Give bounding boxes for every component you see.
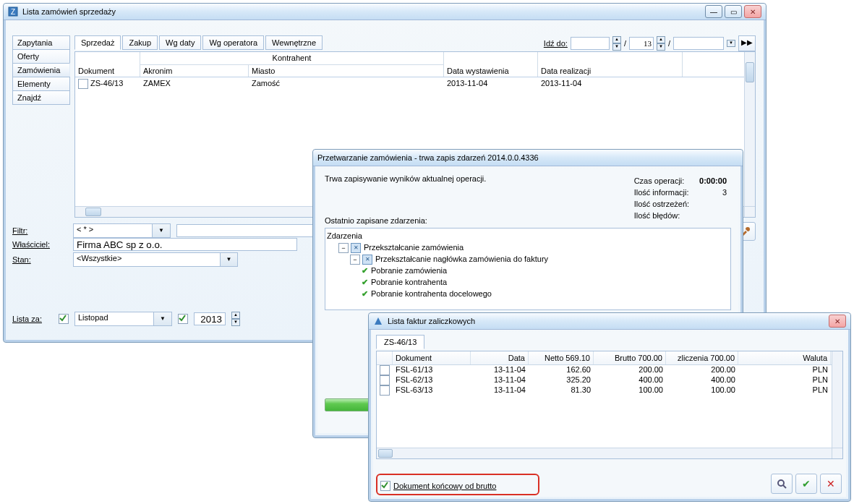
col-datareal[interactable]: Data realizacji bbox=[541, 67, 591, 75]
side-tabs: Zapytania Oferty Zamówienia Elementy Zna… bbox=[12, 35, 70, 104]
inv-hscroll[interactable] bbox=[377, 448, 832, 458]
grid-row[interactable]: ZS-46/13 ZAMEX Zamość 2013-11-04 2013-11… bbox=[75, 77, 745, 90]
filtr-combo[interactable]: < * >▼ bbox=[73, 223, 171, 238]
tree-label: Przekształcanie nagłówka zamówienia do f… bbox=[375, 255, 548, 263]
inv-titlebar[interactable]: Lista faktur zaliczkowych ✕ bbox=[369, 313, 850, 330]
sidetab-znajdz[interactable]: Znajdź bbox=[12, 90, 70, 105]
row-brutto: 400.00 bbox=[594, 375, 666, 385]
tree-root[interactable]: Zdarzenia bbox=[327, 230, 729, 242]
minimize-button[interactable]: — bbox=[705, 5, 722, 18]
sidetab-zapytania[interactable]: Zapytania bbox=[12, 35, 70, 50]
events-tree[interactable]: Zdarzenia −✕Przekształcanie zamówienia −… bbox=[325, 228, 731, 310]
proc-title: Przetwarzanie zamówienia - trwa zapis zd… bbox=[317, 153, 539, 162]
row-miasto: Zamość bbox=[249, 77, 444, 90]
tree-leaf[interactable]: ✔Pobranie zamówienia bbox=[327, 265, 729, 276]
inv-title: Lista faktur zaliczkowych bbox=[388, 317, 475, 325]
col-brutto[interactable]: Brutto 700.00 bbox=[594, 351, 666, 364]
row-checkbox[interactable] bbox=[380, 375, 390, 385]
row-netto: 162.60 bbox=[529, 364, 594, 375]
col-netto[interactable]: Netto 569.10 bbox=[529, 351, 594, 364]
maximize-button[interactable]: ▭ bbox=[725, 5, 742, 18]
inv-vscroll[interactable] bbox=[832, 351, 842, 448]
toptab-zakup[interactable]: Zakup bbox=[122, 35, 158, 50]
row-checkbox[interactable] bbox=[380, 385, 390, 396]
tree-leaf[interactable]: ✔Pobranie kontrahenta bbox=[327, 276, 729, 288]
close-button[interactable]: ✕ bbox=[744, 5, 761, 18]
goto-spin-3[interactable]: ▼ bbox=[727, 40, 735, 47]
invoice-row[interactable]: FSL-62/1313-11-04325.20400.00400.00PLN bbox=[377, 375, 832, 385]
rok-spin[interactable]: ▲▼ bbox=[231, 312, 240, 326]
goto-input-3[interactable] bbox=[673, 37, 724, 50]
warn-label: Ilość ostrzeżeń: bbox=[630, 199, 693, 209]
tree-leaf[interactable]: ✔Pobranie kontrahenta docelowego bbox=[327, 288, 729, 299]
czas-label: Czas operacji: bbox=[630, 176, 693, 186]
grid-vscroll[interactable] bbox=[744, 52, 755, 207]
col-akronim[interactable]: Akronim bbox=[143, 67, 172, 75]
sidetab-oferty[interactable]: Oferty bbox=[12, 49, 70, 64]
tree-label: Pobranie zamówienia bbox=[371, 266, 447, 275]
filtr-input[interactable] bbox=[176, 224, 321, 237]
rok-input[interactable] bbox=[194, 312, 226, 325]
top-tabs: Sprzedaż Zakup Wg daty Wg operatora Wewn… bbox=[74, 35, 323, 50]
row-zlicz: 400.00 bbox=[666, 375, 738, 385]
row-waluta: PLN bbox=[738, 364, 831, 375]
proc-titlebar[interactable]: Przetwarzanie zamówienia - trwa zapis zd… bbox=[313, 150, 743, 166]
tree-node[interactable]: −✕Przekształcanie nagłówka zamówienia do… bbox=[327, 253, 729, 265]
col-waluta[interactable]: Waluta bbox=[738, 351, 831, 364]
wlasciciel-input[interactable] bbox=[73, 238, 297, 251]
invoice-row[interactable]: FSL-61/1313-11-04162.60200.00200.00PLN bbox=[377, 364, 832, 375]
goto-input-2[interactable] bbox=[629, 37, 654, 50]
toptab-sprzedaz[interactable]: Sprzedaż bbox=[74, 35, 121, 50]
goto-button[interactable]: ▶▶ bbox=[738, 35, 756, 51]
invoice-grid: Dokument Data Netto 569.10 Brutto 700.00… bbox=[376, 351, 843, 459]
toptab-wgoperatora[interactable]: Wg operatora bbox=[202, 35, 264, 50]
col-dokument[interactable]: Dokument bbox=[393, 351, 471, 364]
row-checkbox[interactable] bbox=[380, 365, 390, 375]
col-dokument[interactable]: Dokument bbox=[78, 67, 114, 75]
stan-label: Stan: bbox=[12, 255, 67, 264]
toptab-wgdaty[interactable]: Wg daty bbox=[159, 35, 201, 50]
minus-icon[interactable]: − bbox=[350, 255, 360, 265]
tree-label: Pobranie kontrahenta docelowego bbox=[371, 289, 492, 298]
miesiac-combo[interactable]: Listopad▼ bbox=[74, 312, 172, 326]
col-check[interactable] bbox=[377, 351, 393, 364]
goto-spin-2[interactable]: ▲▼ bbox=[657, 36, 665, 51]
minus-icon[interactable]: − bbox=[338, 243, 349, 253]
col-data[interactable]: Data bbox=[471, 351, 529, 364]
hscroll-thumb[interactable] bbox=[85, 208, 101, 216]
col-datawyst[interactable]: Data wystawienia bbox=[447, 67, 509, 75]
goto-input-1[interactable] bbox=[571, 37, 610, 50]
chevron-down-icon: ▼ bbox=[152, 224, 170, 237]
goto-spin-1[interactable]: ▲▼ bbox=[612, 36, 621, 51]
ok-button[interactable]: ✔ bbox=[795, 474, 817, 494]
toptab-wewnetrzne[interactable]: Wewnętrzne bbox=[265, 35, 323, 50]
close-button[interactable]: ✕ bbox=[829, 315, 846, 328]
row-dokument: FSL-63/13 bbox=[393, 385, 471, 395]
stan-combo[interactable]: <Wszystkie>▼ bbox=[73, 252, 238, 267]
row-datareal: 2013-11-04 bbox=[538, 77, 683, 90]
row-dokument: FSL-61/13 bbox=[393, 364, 471, 375]
brutto-checkbox[interactable] bbox=[380, 481, 390, 491]
czas-value: 0:00:00 bbox=[695, 176, 731, 186]
check-icon: ✔ bbox=[362, 266, 368, 275]
row-data: 13-11-04 bbox=[471, 364, 529, 375]
sidetab-elementy[interactable]: Elementy bbox=[12, 77, 70, 91]
col-miasto[interactable]: Miasto bbox=[252, 67, 275, 75]
goto-slash-1: / bbox=[624, 39, 626, 48]
tree-label: Pobranie kontrahenta bbox=[371, 278, 447, 286]
vscroll-thumb[interactable] bbox=[746, 62, 754, 82]
brutto-label: Dokument końcowy od brutto bbox=[393, 482, 496, 490]
tree-node[interactable]: −✕Przekształcanie zamówienia bbox=[327, 242, 729, 253]
cancel-button[interactable]: ✕ bbox=[820, 474, 842, 494]
invoice-row[interactable]: FSL-63/1313-11-0481.30100.00100.00PLN bbox=[377, 385, 832, 395]
col-zliczenia[interactable]: zliczenia 700.00 bbox=[666, 351, 738, 364]
search-button[interactable] bbox=[771, 474, 793, 494]
sidetab-zamowienia[interactable]: Zamówienia bbox=[12, 63, 70, 77]
row-checkbox[interactable] bbox=[78, 79, 88, 89]
warn-value bbox=[695, 199, 731, 209]
miesiac-checkbox[interactable] bbox=[59, 314, 69, 324]
rok-checkbox[interactable] bbox=[178, 314, 188, 324]
hscroll-thumb[interactable] bbox=[378, 449, 393, 458]
main-titlebar[interactable]: Z Lista zamówień sprzedaży — ▭ ✕ bbox=[4, 4, 766, 20]
inv-tab[interactable]: ZS-46/13 bbox=[376, 335, 424, 349]
